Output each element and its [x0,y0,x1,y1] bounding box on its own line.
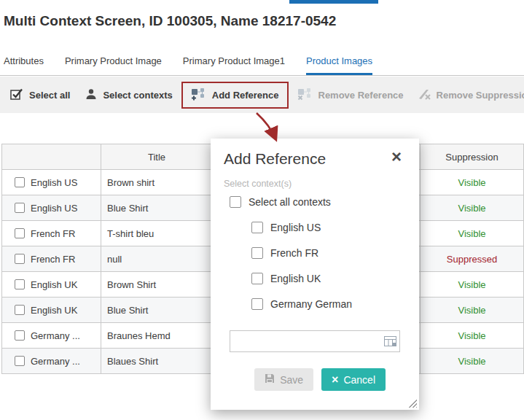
tab-primary-product-image[interactable]: Primary Product Image [65,55,162,75]
remove-reference-icon [297,88,313,103]
row-checkbox[interactable] [15,305,25,315]
tab-product-images[interactable]: Product Images [306,55,372,75]
row-checkbox[interactable] [15,228,25,238]
cancel-button[interactable]: × Cancel [321,368,386,391]
suppression-status: Visible [420,272,523,297]
remove-suppression-label: Remove Suppression [437,90,524,101]
dialog-title: Add Reference [224,150,326,168]
toolbar: Select all Select contexts Add Reference… [0,77,524,113]
suppression-status: Visible [420,170,523,195]
row-title: Blue Shirt [101,298,212,322]
select-contexts-button[interactable]: Select contexts [85,88,172,103]
row-checkbox[interactable] [15,203,25,213]
resize-handle[interactable] [408,399,417,408]
multi-context-screen: Multi Context Screen, ID 100305, Name 18… [0,0,524,420]
suppression-status: Visible [420,298,523,322]
suppression-status: Visible [420,323,523,348]
row-context: English UK [31,279,77,290]
tab-primary-product-image1[interactable]: Primary Product Image1 [183,55,285,75]
context-row[interactable]: Germany German [251,298,406,310]
select-all-label: Select all [29,90,70,101]
save-icon [265,373,275,386]
row-context: English UK [31,305,77,316]
add-reference-button[interactable]: Add Reference [191,88,279,103]
select-all-icon [9,88,24,103]
header-suppression: Suppression [420,144,523,169]
row-checkbox[interactable] [15,177,25,187]
row-context: Germany ... [31,330,80,341]
context-row[interactable]: English US [251,222,406,233]
row-checkbox[interactable] [15,330,25,341]
row-context: French FR [31,254,75,265]
context-checkbox[interactable] [251,247,263,259]
tab-bar: Attributes Primary Product Image Primary… [0,51,524,76]
select-all-contexts-checkbox[interactable] [230,196,241,208]
add-reference-dialog: Add Reference × Select context(s) Select… [211,139,419,410]
remove-suppression-icon [417,88,431,103]
top-active-tab-indicator [289,0,378,4]
context-checkbox[interactable] [251,298,263,310]
row-title: Braunes Hemd [101,323,212,348]
save-button[interactable]: Save [254,368,313,391]
add-reference-label: Add Reference [212,90,279,101]
row-title: Brown shirt [101,170,212,195]
row-checkbox[interactable] [15,356,25,366]
remove-reference-button: Remove Reference [297,88,404,103]
annotation-highlight-box: Add Reference [181,82,289,109]
context-checkbox[interactable] [251,273,263,284]
value-picker-icon[interactable] [384,336,396,346]
context-label: French FR [270,247,318,259]
tab-attributes[interactable]: Attributes [4,55,44,75]
row-context: English US [31,203,77,214]
row-title: Brown Shirt [101,272,212,297]
select-contexts-label: Select contexts [103,90,172,101]
context-label: English US [270,222,321,233]
person-icon [85,88,98,103]
row-checkbox[interactable] [15,254,25,264]
select-all-contexts-label: Select all contexts [249,196,331,208]
context-row[interactable]: English UK [251,273,406,284]
context-label: Germany German [270,298,352,310]
reference-input[interactable] [230,330,400,352]
header-title: Title [101,144,212,169]
suppression-status: Suppressed [420,246,523,271]
row-checkbox[interactable] [15,279,25,289]
header-checkbox-column [2,144,101,169]
cancel-x-icon: × [332,375,338,385]
row-title: null [101,246,212,271]
close-icon[interactable]: × [391,150,402,163]
row-context: Germany ... [31,356,80,367]
context-checkbox[interactable] [251,222,263,233]
context-row[interactable]: French FR [251,247,406,259]
remove-suppression-button: Remove Suppression [417,88,524,103]
row-title: Blue Shirt [101,195,212,220]
save-label: Save [280,374,303,386]
row-title: T-shirt bleu [101,221,212,246]
add-reference-icon [191,88,207,103]
row-context: English US [31,177,77,188]
page-title: Multi Context Screen, ID 100305, Name 18… [4,13,336,29]
cancel-label: Cancel [343,374,375,386]
select-all-button[interactable]: Select all [9,88,70,103]
suppression-status: Visible [420,221,523,246]
suppression-status: Visible [420,349,523,373]
suppression-status: Visible [420,195,523,220]
row-context: French FR [31,228,75,239]
select-all-contexts-row[interactable]: Select all contexts [230,196,406,208]
row-title: Blaues Shirt [101,349,212,373]
select-contexts-hint: Select context(s) [224,179,406,189]
context-label: English UK [270,273,321,284]
remove-reference-label: Remove Reference [318,90,404,101]
